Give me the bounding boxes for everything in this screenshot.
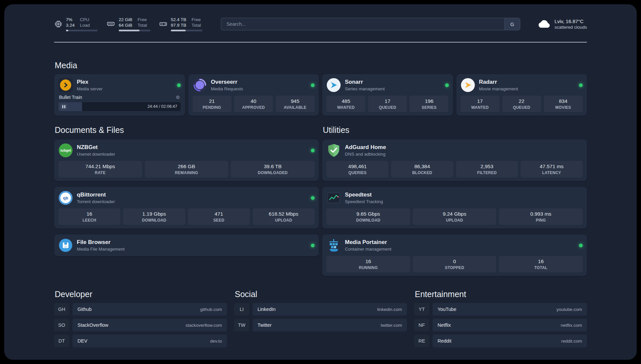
bookmark-abbr: YT xyxy=(414,303,429,316)
stat-upload: 9.24 GbpsUPLOAD xyxy=(413,208,497,225)
playback-progress-bar[interactable]: 24:44 / 02:06:47 xyxy=(58,102,181,111)
bookmark-abbr: TW xyxy=(234,319,249,331)
documents-column: Documents & Files nzbget NZBGet Usenet d xyxy=(54,125,319,256)
stat-latency: 47.571 msLATENCY xyxy=(521,161,583,177)
qbittorrent-card[interactable]: qb qBittorrent Torrent downloader 16LEEC… xyxy=(54,187,319,228)
portainer-card[interactable]: Media Portainer Container management 16R… xyxy=(322,234,587,276)
search-engine-button[interactable]: G xyxy=(504,18,520,30)
bookmark-abbr: RE xyxy=(414,335,429,347)
cpu-load-value: 3.24 xyxy=(66,22,75,28)
portainer-icon xyxy=(326,238,341,253)
nzbget-card[interactable]: nzbget NZBGet Usenet downloader 744.21 M… xyxy=(54,139,319,181)
bookmark-row: YT YouTube youtube.com xyxy=(414,303,587,316)
service-subtitle: Media File Management xyxy=(77,246,125,252)
status-dot xyxy=(311,83,315,87)
media-grid: Plex Media server Bullet Train ⚙ 24:44 /… xyxy=(54,74,587,116)
radarr-card[interactable]: Radarr Movie management 17WANTED 22QUEUE… xyxy=(456,74,587,116)
stat-blocked: 86,384BLOCKED xyxy=(391,161,453,177)
service-subtitle: Movie management xyxy=(479,86,518,92)
status-dot xyxy=(579,83,583,87)
search-input[interactable] xyxy=(221,18,504,30)
bookmark-row: GH Github github.com xyxy=(54,303,227,316)
disk-metric: 52.4 TB 97.9 TB Free Total xyxy=(159,17,202,31)
adguard-icon xyxy=(326,143,341,158)
sonarr-card[interactable]: Sonarr Series management 485WANTED 17QUE… xyxy=(322,74,453,116)
overseerr-icon xyxy=(193,78,207,92)
service-name: Overseerr xyxy=(211,78,243,85)
weather-location: Lviv, 16.87°C xyxy=(555,18,587,24)
plex-icon xyxy=(58,78,73,92)
filebrowser-icon xyxy=(58,238,73,253)
dashboard: 7% 3.24 CPU Load xyxy=(4,4,637,360)
utilities-column: Utilities AdGuard Home xyxy=(322,125,587,276)
memory-free-label: Free xyxy=(137,17,147,22)
stat-queued: 22QUEUED xyxy=(502,96,541,112)
sonarr-icon xyxy=(326,78,341,92)
section-title-media: Media xyxy=(55,60,587,70)
bookmark-abbr: LI xyxy=(234,303,249,316)
gear-icon[interactable]: ⚙ xyxy=(176,95,180,100)
stat-leech: 16LEECH xyxy=(58,208,120,225)
service-name: Speedtest xyxy=(345,191,383,198)
stat-seed: 471SEED xyxy=(188,208,250,225)
filebrowser-card[interactable]: File Browser Media File Management xyxy=(54,234,319,256)
status-dot xyxy=(445,83,449,87)
cpu-metric: 7% 3.24 CPU Load xyxy=(54,17,98,31)
service-subtitle: Usenet downloader xyxy=(77,151,115,157)
speedtest-card[interactable]: Speedtest Speedtest Tracking 9.65 GbpsDO… xyxy=(322,187,587,228)
now-playing-title: Bullet Train xyxy=(59,95,82,100)
stat-queries: 498,461QUERIES xyxy=(326,161,388,177)
stat-rate: 744.21 MbpsRATE xyxy=(58,161,142,177)
top-bar: 7% 3.24 CPU Load xyxy=(54,15,587,33)
social-column: Social LI LinkedIn linkedin.com TW Twitt… xyxy=(234,289,407,335)
stat-wanted: 485WANTED xyxy=(326,96,365,112)
entertainment-column: Entertainment YT YouTube youtube.com NF … xyxy=(414,289,587,350)
speedtest-icon xyxy=(326,191,341,205)
service-subtitle: DNS and adblocking xyxy=(345,151,386,157)
cpu-icon xyxy=(54,20,63,28)
radarr-icon xyxy=(461,78,475,92)
memory-total-value: 64 GiB xyxy=(119,22,132,28)
overseerr-card[interactable]: Overseerr Media Requests 21PENDING 40APP… xyxy=(188,74,319,116)
bookmark-row: NF Netflix netflix.com xyxy=(414,319,587,331)
pause-icon[interactable] xyxy=(60,104,67,109)
weather-widget[interactable]: Lviv, 16.87°C scattered clouds xyxy=(537,18,587,30)
bookmark-link-github[interactable]: Github github.com xyxy=(73,303,227,316)
plex-card[interactable]: Plex Media server Bullet Train ⚙ 24:44 /… xyxy=(54,74,185,116)
bookmark-link-twitter[interactable]: Twitter twitter.com xyxy=(253,319,407,331)
disk-icon xyxy=(159,20,168,28)
stat-series: 196SERIES xyxy=(410,96,448,112)
stat-remaining: 266 GBREMAINING xyxy=(145,161,229,177)
bookmark-row: SO StackOverflow stackoverflow.com xyxy=(54,319,227,331)
memory-progress-bar xyxy=(119,30,150,31)
bookmark-link-reddit[interactable]: Reddit reddit.com xyxy=(433,335,587,347)
stat-stopped: 0STOPPED xyxy=(413,256,497,272)
disk-total-label: Total xyxy=(192,22,201,28)
adguard-card[interactable]: AdGuard Home DNS and adblocking 498,461Q… xyxy=(322,139,587,181)
stat-available: 945AVAILABLE xyxy=(276,96,315,112)
bookmark-link-netflix[interactable]: Netflix netflix.com xyxy=(433,319,587,331)
section-title-utilities: Utilities xyxy=(323,125,587,135)
cloud-icon xyxy=(537,19,551,29)
service-name: Plex xyxy=(77,78,103,85)
stat-pending: 21PENDING xyxy=(193,96,231,112)
weather-condition: scattered clouds xyxy=(555,24,587,30)
stat-upload: 618.52 MbpsUPLOAD xyxy=(253,208,315,225)
bookmark-link-stackoverflow[interactable]: StackOverflow stackoverflow.com xyxy=(73,319,227,331)
cpu-label: CPU xyxy=(80,17,90,22)
bookmark-link-youtube[interactable]: YouTube youtube.com xyxy=(433,303,587,316)
bookmark-abbr: SO xyxy=(54,319,69,331)
status-dot xyxy=(177,83,181,87)
service-name: Media Portainer xyxy=(345,239,391,246)
bookmark-abbr: NF xyxy=(414,319,429,331)
stat-movies: 834MOVIES xyxy=(544,96,583,112)
service-name: AdGuard Home xyxy=(345,144,386,151)
stat-wanted: 17WANTED xyxy=(461,96,500,112)
section-title-entertainment: Entertainment xyxy=(415,289,587,299)
topbar-divider xyxy=(54,42,587,43)
bookmark-row: RE Reddit reddit.com xyxy=(414,335,587,347)
bookmark-link-dev[interactable]: DEV dev.to xyxy=(73,335,227,347)
disk-progress-bar xyxy=(171,30,202,31)
cpu-usage-value: 7% xyxy=(66,17,75,22)
bookmark-link-linkedin[interactable]: LinkedIn linkedin.com xyxy=(253,303,407,316)
